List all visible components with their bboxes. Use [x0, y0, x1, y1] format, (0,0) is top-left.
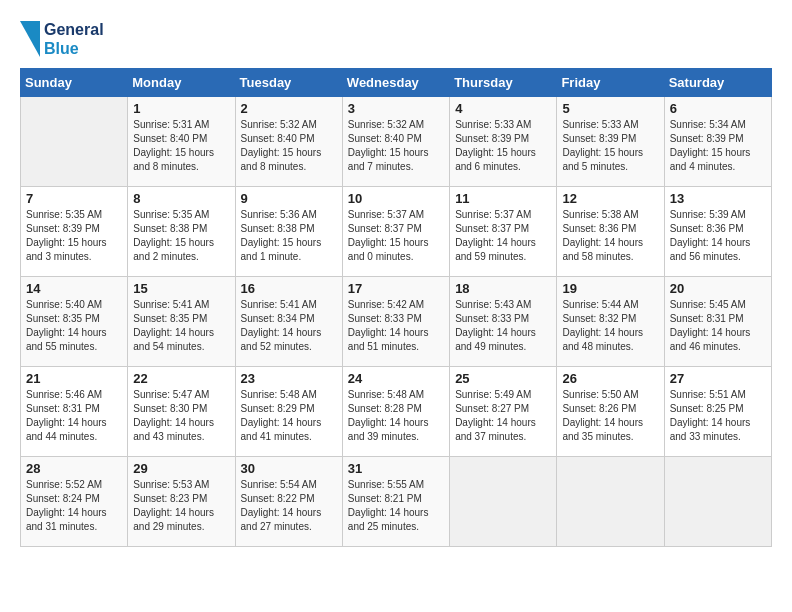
- day-info: Sunrise: 5:33 AMSunset: 8:39 PMDaylight:…: [455, 118, 551, 174]
- svg-marker-0: [20, 21, 40, 57]
- day-info: Sunrise: 5:31 AMSunset: 8:40 PMDaylight:…: [133, 118, 229, 174]
- day-info: Sunrise: 5:34 AMSunset: 8:39 PMDaylight:…: [670, 118, 766, 174]
- day-number: 20: [670, 281, 766, 296]
- day-number: 17: [348, 281, 444, 296]
- calendar-cell: 12Sunrise: 5:38 AMSunset: 8:36 PMDayligh…: [557, 187, 664, 277]
- day-info: Sunrise: 5:40 AMSunset: 8:35 PMDaylight:…: [26, 298, 122, 354]
- calendar-cell: [450, 457, 557, 547]
- calendar-cell: 3Sunrise: 5:32 AMSunset: 8:40 PMDaylight…: [342, 97, 449, 187]
- calendar-cell: 26Sunrise: 5:50 AMSunset: 8:26 PMDayligh…: [557, 367, 664, 457]
- day-number: 16: [241, 281, 337, 296]
- day-number: 14: [26, 281, 122, 296]
- calendar-cell: 25Sunrise: 5:49 AMSunset: 8:27 PMDayligh…: [450, 367, 557, 457]
- weekday-header-friday: Friday: [557, 69, 664, 97]
- calendar-cell: 4Sunrise: 5:33 AMSunset: 8:39 PMDaylight…: [450, 97, 557, 187]
- day-info: Sunrise: 5:54 AMSunset: 8:22 PMDaylight:…: [241, 478, 337, 534]
- calendar-cell: 18Sunrise: 5:43 AMSunset: 8:33 PMDayligh…: [450, 277, 557, 367]
- day-number: 13: [670, 191, 766, 206]
- calendar-cell: 30Sunrise: 5:54 AMSunset: 8:22 PMDayligh…: [235, 457, 342, 547]
- day-number: 21: [26, 371, 122, 386]
- day-info: Sunrise: 5:43 AMSunset: 8:33 PMDaylight:…: [455, 298, 551, 354]
- day-number: 30: [241, 461, 337, 476]
- logo-text-general: General: [44, 20, 104, 39]
- day-info: Sunrise: 5:35 AMSunset: 8:39 PMDaylight:…: [26, 208, 122, 264]
- day-info: Sunrise: 5:45 AMSunset: 8:31 PMDaylight:…: [670, 298, 766, 354]
- day-number: 4: [455, 101, 551, 116]
- day-number: 26: [562, 371, 658, 386]
- calendar-table: SundayMondayTuesdayWednesdayThursdayFrid…: [20, 68, 772, 547]
- calendar-cell: 13Sunrise: 5:39 AMSunset: 8:36 PMDayligh…: [664, 187, 771, 277]
- page-header: General Blue: [20, 20, 772, 58]
- calendar-week-2: 7Sunrise: 5:35 AMSunset: 8:39 PMDaylight…: [21, 187, 772, 277]
- day-info: Sunrise: 5:48 AMSunset: 8:29 PMDaylight:…: [241, 388, 337, 444]
- day-info: Sunrise: 5:41 AMSunset: 8:34 PMDaylight:…: [241, 298, 337, 354]
- calendar-week-5: 28Sunrise: 5:52 AMSunset: 8:24 PMDayligh…: [21, 457, 772, 547]
- day-info: Sunrise: 5:49 AMSunset: 8:27 PMDaylight:…: [455, 388, 551, 444]
- calendar-cell: 21Sunrise: 5:46 AMSunset: 8:31 PMDayligh…: [21, 367, 128, 457]
- calendar-cell: 9Sunrise: 5:36 AMSunset: 8:38 PMDaylight…: [235, 187, 342, 277]
- day-info: Sunrise: 5:32 AMSunset: 8:40 PMDaylight:…: [241, 118, 337, 174]
- day-number: 10: [348, 191, 444, 206]
- day-number: 29: [133, 461, 229, 476]
- weekday-header-sunday: Sunday: [21, 69, 128, 97]
- day-number: 11: [455, 191, 551, 206]
- calendar-cell: 5Sunrise: 5:33 AMSunset: 8:39 PMDaylight…: [557, 97, 664, 187]
- calendar-week-4: 21Sunrise: 5:46 AMSunset: 8:31 PMDayligh…: [21, 367, 772, 457]
- calendar-cell: 14Sunrise: 5:40 AMSunset: 8:35 PMDayligh…: [21, 277, 128, 367]
- calendar-cell: 29Sunrise: 5:53 AMSunset: 8:23 PMDayligh…: [128, 457, 235, 547]
- logo: General Blue: [20, 20, 104, 58]
- day-info: Sunrise: 5:37 AMSunset: 8:37 PMDaylight:…: [348, 208, 444, 264]
- calendar-cell: 15Sunrise: 5:41 AMSunset: 8:35 PMDayligh…: [128, 277, 235, 367]
- day-info: Sunrise: 5:47 AMSunset: 8:30 PMDaylight:…: [133, 388, 229, 444]
- calendar-cell: 6Sunrise: 5:34 AMSunset: 8:39 PMDaylight…: [664, 97, 771, 187]
- day-number: 23: [241, 371, 337, 386]
- weekday-header-tuesday: Tuesday: [235, 69, 342, 97]
- day-number: 6: [670, 101, 766, 116]
- day-number: 18: [455, 281, 551, 296]
- calendar-cell: 2Sunrise: 5:32 AMSunset: 8:40 PMDaylight…: [235, 97, 342, 187]
- day-info: Sunrise: 5:44 AMSunset: 8:32 PMDaylight:…: [562, 298, 658, 354]
- logo-triangle-icon: [20, 21, 40, 57]
- day-info: Sunrise: 5:38 AMSunset: 8:36 PMDaylight:…: [562, 208, 658, 264]
- calendar-cell: 17Sunrise: 5:42 AMSunset: 8:33 PMDayligh…: [342, 277, 449, 367]
- day-number: 12: [562, 191, 658, 206]
- day-info: Sunrise: 5:51 AMSunset: 8:25 PMDaylight:…: [670, 388, 766, 444]
- day-info: Sunrise: 5:32 AMSunset: 8:40 PMDaylight:…: [348, 118, 444, 174]
- day-number: 15: [133, 281, 229, 296]
- day-info: Sunrise: 5:36 AMSunset: 8:38 PMDaylight:…: [241, 208, 337, 264]
- calendar-cell: 22Sunrise: 5:47 AMSunset: 8:30 PMDayligh…: [128, 367, 235, 457]
- weekday-header-row: SundayMondayTuesdayWednesdayThursdayFrid…: [21, 69, 772, 97]
- calendar-body: 1Sunrise: 5:31 AMSunset: 8:40 PMDaylight…: [21, 97, 772, 547]
- day-number: 25: [455, 371, 551, 386]
- day-info: Sunrise: 5:42 AMSunset: 8:33 PMDaylight:…: [348, 298, 444, 354]
- day-info: Sunrise: 5:33 AMSunset: 8:39 PMDaylight:…: [562, 118, 658, 174]
- logo-container: General Blue: [20, 20, 104, 58]
- day-number: 24: [348, 371, 444, 386]
- day-number: 7: [26, 191, 122, 206]
- logo-text-blue: Blue: [44, 39, 104, 58]
- weekday-header-saturday: Saturday: [664, 69, 771, 97]
- weekday-header-wednesday: Wednesday: [342, 69, 449, 97]
- day-info: Sunrise: 5:53 AMSunset: 8:23 PMDaylight:…: [133, 478, 229, 534]
- day-info: Sunrise: 5:39 AMSunset: 8:36 PMDaylight:…: [670, 208, 766, 264]
- day-number: 22: [133, 371, 229, 386]
- day-number: 31: [348, 461, 444, 476]
- calendar-cell: [664, 457, 771, 547]
- day-number: 5: [562, 101, 658, 116]
- day-info: Sunrise: 5:55 AMSunset: 8:21 PMDaylight:…: [348, 478, 444, 534]
- calendar-cell: 1Sunrise: 5:31 AMSunset: 8:40 PMDaylight…: [128, 97, 235, 187]
- day-number: 8: [133, 191, 229, 206]
- day-info: Sunrise: 5:37 AMSunset: 8:37 PMDaylight:…: [455, 208, 551, 264]
- calendar-cell: 10Sunrise: 5:37 AMSunset: 8:37 PMDayligh…: [342, 187, 449, 277]
- day-number: 19: [562, 281, 658, 296]
- day-number: 28: [26, 461, 122, 476]
- calendar-cell: 28Sunrise: 5:52 AMSunset: 8:24 PMDayligh…: [21, 457, 128, 547]
- calendar-cell: 8Sunrise: 5:35 AMSunset: 8:38 PMDaylight…: [128, 187, 235, 277]
- calendar-cell: 27Sunrise: 5:51 AMSunset: 8:25 PMDayligh…: [664, 367, 771, 457]
- day-info: Sunrise: 5:50 AMSunset: 8:26 PMDaylight:…: [562, 388, 658, 444]
- day-number: 1: [133, 101, 229, 116]
- day-number: 9: [241, 191, 337, 206]
- day-info: Sunrise: 5:48 AMSunset: 8:28 PMDaylight:…: [348, 388, 444, 444]
- calendar-cell: 23Sunrise: 5:48 AMSunset: 8:29 PMDayligh…: [235, 367, 342, 457]
- calendar-week-1: 1Sunrise: 5:31 AMSunset: 8:40 PMDaylight…: [21, 97, 772, 187]
